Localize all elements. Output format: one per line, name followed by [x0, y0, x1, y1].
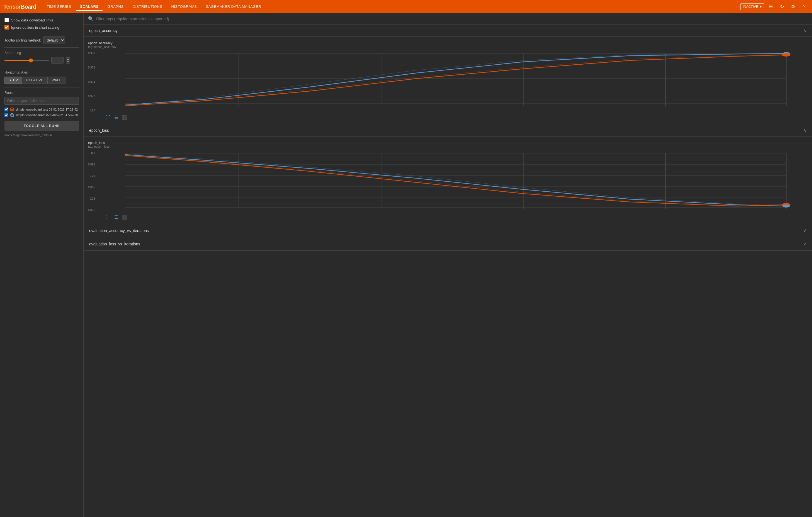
epoch-accuracy-table-btn[interactable]: ☰ [113, 114, 119, 121]
main-layout: Show data download links Ignore outliers… [0, 13, 812, 517]
ignore-outliers-row[interactable]: Ignore outliers in chart scaling [4, 25, 79, 30]
epoch-loss-chart-title: epoch_loss [88, 141, 808, 145]
eval-accuracy-expand-icon: ∨ [803, 228, 806, 233]
runs-filter-input[interactable] [4, 97, 79, 105]
epoch-accuracy-fullscreen-btn[interactable]: ⛶ [105, 114, 112, 121]
eval-loss-panel: evaluation_loss_vs_iterations ∨ [84, 237, 812, 251]
smoothing-value-input[interactable]: 0.6 [51, 57, 63, 63]
eval-accuracy-header[interactable]: evaluation_accuracy_vs_iterations ∨ [84, 224, 812, 237]
epoch-loss-chart-wrap: 0.1 0.095 0.09 0.085 0.08 0.075 [88, 150, 808, 212]
epoch-accuracy-actions: ⛶ ☰ ⬛ [88, 112, 808, 122]
smoothing-row: 0.6 ▲ ▼ [4, 57, 79, 63]
epoch-loss-chart-title-area: epoch_loss tag: epoch_loss [88, 141, 808, 148]
epoch-accuracy-chart-wrap: 0.978 0.976 0.974 0.972 0.97 [88, 51, 808, 112]
horizontal-axis-label: Horizontal Axis [4, 70, 79, 74]
epoch-accuracy-chart-area [97, 51, 808, 112]
eval-accuracy-title: evaluation_accuracy_vs_iterations [89, 229, 149, 233]
tooltip-select[interactable]: default [43, 36, 65, 44]
brightness-icon[interactable]: ☀ [766, 2, 775, 11]
epoch-accuracy-collapse-icon: ∧ [803, 28, 806, 33]
nav-graphs[interactable]: GRAPHS [104, 3, 127, 11]
horizontal-axis-section: Horizontal Axis STEP RELATIVE WALL [4, 70, 79, 84]
epoch-loss-chart-area [97, 150, 808, 212]
runs-section: Runs simple-tensorboard-test-09-02-2023-… [4, 91, 79, 137]
axis-wall-btn[interactable]: WALL [47, 77, 65, 84]
epoch-loss-header[interactable]: epoch_loss ∧ [84, 124, 812, 136]
epoch-loss-title: epoch_loss [89, 128, 109, 132]
run-1-label: simple-tensorboard-test-09-02-2023-17-29… [16, 108, 78, 112]
nav-distributions[interactable]: DISTRIBUTIONS [129, 3, 166, 11]
epoch-accuracy-panel: epoch_accuracy ∧ epoch_accuracy tag: epo… [84, 25, 812, 124]
ignore-outliers-checkbox[interactable] [4, 25, 9, 30]
epoch-accuracy-y-axis: 0.978 0.976 0.974 0.972 0.97 [88, 51, 97, 112]
settings-icon[interactable]: ⚙ [789, 2, 798, 11]
nav-right-controls: INACTIVE ▾ ☀ ↻ ⚙ ? [741, 2, 809, 11]
content-area: 🔍 epoch_accuracy ∧ epoch_accuracy tag: e… [84, 13, 812, 517]
epoch-loss-container: epoch_loss tag: epoch_loss 0.1 0.095 0.0… [84, 136, 812, 224]
epoch-loss-fullscreen-btn[interactable]: ⛶ [105, 214, 112, 220]
svg-point-26 [783, 205, 790, 208]
epoch-accuracy-chart-title-area: epoch_accuracy tag: epoch_accuracy [88, 41, 808, 49]
run-2-checkbox[interactable] [4, 113, 8, 117]
epoch-accuracy-container: epoch_accuracy tag: epoch_accuracy 0.978… [84, 37, 812, 124]
run-item-2[interactable]: simple-tensorboard-test-09-02-2023-17-37… [4, 113, 79, 117]
toggle-all-runs-button[interactable]: TOGGLE ALL RUNS [4, 121, 79, 131]
run-2-color-dot [10, 113, 14, 117]
epoch-loss-download-btn[interactable]: ⬛ [121, 214, 129, 220]
dropdown-arrow-icon: ▾ [760, 5, 761, 9]
epoch-loss-chart-tag: tag: epoch_loss [88, 145, 808, 148]
svg-point-13 [782, 53, 790, 57]
refresh-icon[interactable]: ↻ [778, 2, 786, 11]
nav-scalars[interactable]: SCALARS [76, 3, 102, 11]
show-download-checkbox[interactable] [4, 18, 9, 22]
app-logo: TensorBoard [3, 4, 36, 10]
filter-tags-input[interactable] [96, 17, 808, 21]
run-item-1[interactable]: simple-tensorboard-test-09-02-2023-17-29… [4, 108, 79, 112]
run-1-checkbox[interactable] [4, 108, 8, 112]
epoch-loss-panel: epoch_loss ∧ epoch_loss tag: epoch_loss … [84, 124, 812, 224]
show-download-row[interactable]: Show data download links [4, 18, 79, 22]
nav-sagemaker[interactable]: SAGEMAKER DATA MANAGER [202, 3, 265, 11]
search-bar: 🔍 [84, 13, 812, 25]
sidebar: Show data download links Ignore outliers… [0, 13, 84, 517]
eval-accuracy-panel: evaluation_accuracy_vs_iterations ∨ [84, 224, 812, 237]
svg-point-0 [11, 109, 14, 112]
run-1-color-dot [10, 108, 14, 112]
epoch-accuracy-chart-title: epoch_accuracy [88, 41, 808, 45]
epoch-accuracy-title: epoch_accuracy [89, 28, 118, 33]
axis-buttons: STEP RELATIVE WALL [4, 77, 79, 84]
axis-relative-btn[interactable]: RELATIVE [22, 77, 47, 84]
divider-4 [4, 87, 79, 88]
status-dropdown[interactable]: INACTIVE ▾ [741, 3, 764, 10]
epoch-loss-svg [97, 150, 808, 212]
smoothing-down-arrow[interactable]: ▼ [66, 60, 70, 63]
nav-time-series[interactable]: TIME SERIES [43, 3, 75, 11]
svg-point-1 [11, 114, 14, 117]
epoch-accuracy-header[interactable]: epoch_accuracy ∧ [84, 25, 812, 37]
runs-label: Runs [4, 91, 79, 95]
divider-3 [4, 67, 79, 67]
search-icon: 🔍 [88, 16, 94, 22]
epoch-loss-actions: ⛶ ☰ ⬛ [88, 212, 808, 221]
smoothing-arrows[interactable]: ▲ ▼ [66, 57, 70, 63]
epoch-loss-collapse-icon: ∧ [803, 128, 806, 133]
nav-links: TIME SERIES SCALARS GRAPHS DISTRIBUTIONS… [43, 3, 741, 11]
smoothing-slider[interactable] [4, 60, 49, 61]
eval-loss-title: evaluation_loss_vs_iterations [89, 242, 140, 246]
eval-loss-expand-icon: ∨ [803, 241, 806, 246]
epoch-loss-y-axis: 0.1 0.095 0.09 0.085 0.08 0.075 [88, 150, 97, 212]
epoch-loss-table-btn[interactable]: ☰ [113, 214, 119, 220]
tooltip-row: Tooltip sorting method: default [4, 36, 79, 44]
eval-loss-header[interactable]: evaluation_loss_vs_iterations ∨ [84, 237, 812, 250]
nav-histograms[interactable]: HISTOGRAMS [168, 3, 201, 11]
axis-step-btn[interactable]: STEP [4, 77, 22, 84]
epoch-accuracy-chart-tag: tag: epoch_accuracy [88, 45, 808, 49]
help-icon[interactable]: ? [800, 2, 809, 11]
folder-path: /home/sagemaker-user/s3_folders/ [4, 133, 79, 137]
smoothing-label: Smoothing [4, 51, 79, 55]
smoothing-up-arrow[interactable]: ▲ [66, 58, 70, 60]
top-navigation: TensorBoard TIME SERIES SCALARS GRAPHS D… [0, 0, 812, 13]
run-2-label: simple-tensorboard-test-09-02-2023-17-37… [16, 113, 78, 117]
epoch-accuracy-svg [97, 51, 808, 112]
epoch-accuracy-download-btn[interactable]: ⬛ [121, 114, 129, 121]
